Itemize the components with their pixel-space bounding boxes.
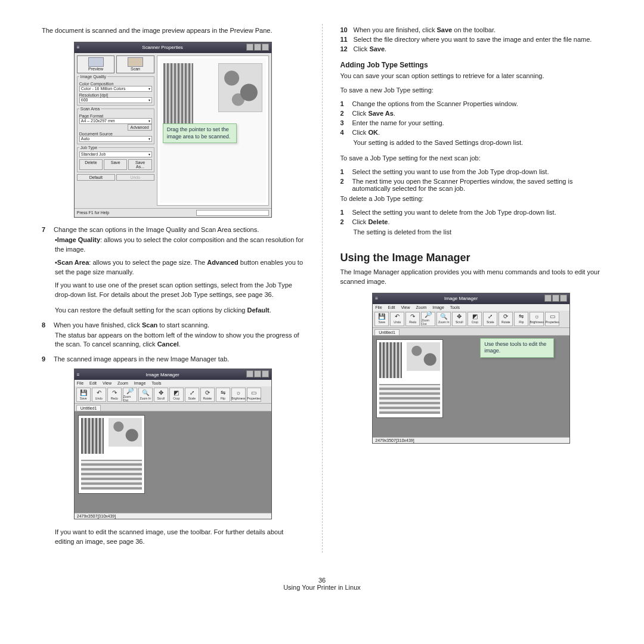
tool2-save[interactable]: 💾Save (374, 312, 389, 326)
callout-tip-im: Use these tools to edit the image. (480, 338, 554, 358)
tool-crop[interactable]: ◩Crop (169, 388, 184, 402)
imwin2-tab[interactable]: Untitled1 (374, 329, 400, 335)
a2-text: Click Save As. (352, 110, 603, 117)
step-9-number: 9 (42, 355, 54, 363)
tool-scale[interactable]: ⤢Scale (185, 388, 199, 402)
intro-text: The document is scanned and the image pr… (42, 26, 304, 36)
imwin-tab[interactable]: Untitled1 (76, 405, 101, 411)
tool-save[interactable]: 💾Save (76, 388, 91, 402)
tool-flip[interactable]: ⇋Flip (216, 388, 230, 402)
saveas-button[interactable]: Save As... (128, 159, 151, 170)
scanned-document-2 (376, 339, 443, 418)
preview-button[interactable]: Preview (77, 55, 115, 73)
imwin2-controls[interactable] (544, 295, 567, 303)
imwin-menubar[interactable]: File Edit View Zoom Image Tools (75, 380, 271, 386)
imwin-canvas[interactable] (75, 411, 271, 513)
menu-file[interactable]: File (77, 381, 83, 385)
status-text: Press F1 for Help (77, 210, 109, 215)
scanner-properties-window: ≡ Scanner Properties Preview Scan (74, 42, 272, 218)
menu-edit[interactable]: Edit (89, 381, 97, 385)
color-composition-combo[interactable]: Color - 16 Million Colors▾ (79, 86, 152, 92)
zoomin-icon: 🔍 (440, 314, 447, 320)
imwin2-menubar[interactable]: File Edit View Zoom Image Tools (373, 304, 569, 311)
default-button[interactable]: Default (77, 174, 115, 181)
resolution-combo[interactable]: 600▾ (79, 97, 152, 103)
tool-zoomout[interactable]: 🔎Zoom Out (123, 388, 137, 402)
scan-button[interactable]: Scan (116, 55, 154, 73)
scan-area-group: Scan Area Page Format A4 – 210x297 mm▾ A… (77, 107, 154, 144)
b2-num: 2 (340, 178, 352, 192)
menu2-file[interactable]: File (375, 305, 382, 309)
imwin2-titlebar: ≡ Image Manager (373, 293, 569, 304)
image-quality-group: Image Quality Color Composition Color - … (77, 75, 154, 106)
imwin-controls[interactable] (246, 370, 269, 379)
document-source-combo[interactable]: Auto▾ (79, 136, 152, 142)
brightness-icon: ☼ (236, 390, 241, 396)
tool-brightness[interactable]: ☼Brightness (231, 388, 246, 402)
delete-button[interactable]: Delete (79, 159, 103, 170)
default-paragraph: You can restore the default setting for … (55, 306, 304, 315)
step-11-text: Select the file directory where you want… (354, 36, 603, 43)
tool2-undo[interactable]: ↶Undo (390, 312, 404, 326)
tool2-rotate[interactable]: ⟳Rotate (499, 312, 513, 326)
tool2-redo[interactable]: ↷Redo (405, 312, 420, 326)
properties-icon: ▭ (251, 390, 256, 396)
tool2-flip[interactable]: ⇋Flip (514, 312, 528, 326)
tool-rotate[interactable]: ⟳Rotate (200, 388, 215, 402)
add-intro: You can save your scan option settings t… (340, 72, 603, 81)
menu2-view[interactable]: View (401, 305, 410, 309)
zoomin-icon: 🔍 (142, 390, 149, 396)
save-button[interactable]: Save (104, 159, 127, 170)
menu2-tools[interactable]: Tools (450, 305, 460, 309)
scale-icon: ⤢ (488, 314, 493, 320)
page-format-combo[interactable]: A4 – 210x297 mm▾ (79, 118, 152, 124)
imwin2-toolbar: 💾Save ↶Undo ↷Redo 🔎Zoom Out 🔍Zoom In ✥Sc… (373, 311, 569, 328)
tool-zoomin[interactable]: 🔍Zoom In (138, 388, 153, 402)
step-10-number: 10 (340, 26, 354, 33)
menu-zoom[interactable]: Zoom (117, 381, 128, 385)
tool-redo[interactable]: ↷Redo (107, 388, 122, 402)
tool2-brightness[interactable]: ☼Brightness (530, 312, 544, 326)
job-type-value: Standard Job (81, 152, 106, 156)
redo-icon: ↷ (112, 390, 117, 396)
menu2-image[interactable]: Image (432, 305, 444, 309)
step-9-text: The scanned image appears in the new Ima… (54, 355, 304, 363)
callout-tip: Drag the pointer to set the image area t… (163, 123, 237, 143)
menu-tools[interactable]: Tools (151, 381, 161, 385)
tool-properties[interactable]: ▭Properties (247, 388, 261, 402)
resolution-label: Resolution [dpi] (79, 93, 152, 97)
crop-icon: ◩ (472, 314, 478, 320)
tool2-scale[interactable]: ⤢Scale (483, 312, 497, 326)
c2-text: Click Delete. (352, 218, 603, 225)
tool2-scroll[interactable]: ✥Scroll (452, 312, 466, 326)
menu-image[interactable]: Image (134, 381, 145, 385)
tool-scroll[interactable]: ✥Scroll (154, 388, 168, 402)
tool2-zoomout[interactable]: 🔎Zoom Out (421, 312, 435, 326)
advanced-button[interactable]: Advanced (128, 124, 152, 131)
window-controls[interactable] (246, 44, 269, 52)
scale-icon: ⤢ (190, 390, 194, 396)
zoomout-icon: 🔎 (425, 312, 432, 318)
tool2-properties[interactable]: ▭Properties (545, 312, 559, 326)
im-intro: The Image Manager application provides y… (340, 268, 603, 287)
job-type-combo[interactable]: Standard Job▾ (79, 151, 152, 157)
tool-undo[interactable]: ↶Undo (92, 388, 106, 402)
imwin-titlebar: ≡ Image Manager (75, 369, 271, 380)
a4-text: Click OK. (352, 129, 603, 136)
imwin2-status: 2479x3507[310x439] (373, 437, 569, 443)
rotate-icon: ⟳ (503, 314, 508, 320)
document-source-value: Auto (81, 137, 89, 141)
brightness-icon: ☼ (534, 314, 540, 320)
menu2-edit[interactable]: Edit (388, 305, 395, 309)
b1-text: Select the setting you want to use from … (352, 168, 603, 175)
menu2-zoom[interactable]: Zoom (416, 305, 427, 309)
undo-icon: ↶ (395, 314, 400, 320)
step-12-text: Click Save. (354, 45, 603, 52)
tool2-crop[interactable]: ◩Crop (467, 312, 482, 326)
b2-text: The next time you open the Scanner Prope… (352, 178, 603, 192)
tool2-zoomin[interactable]: 🔍Zoom In (436, 312, 451, 326)
menu-view[interactable]: View (103, 381, 112, 385)
undo-button[interactable]: Undo (116, 174, 154, 181)
imwin2-title: Image Manager (378, 296, 544, 301)
b1-num: 1 (340, 168, 352, 175)
